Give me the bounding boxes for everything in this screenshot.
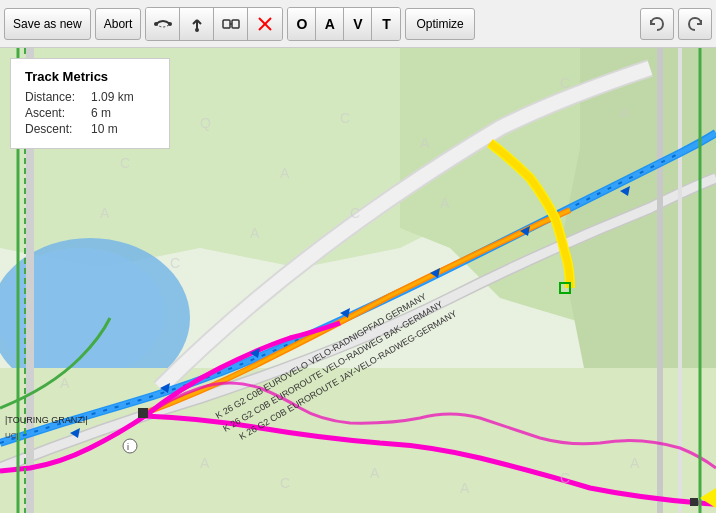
svg-rect-4 [232,20,239,28]
svg-text:A: A [420,135,430,151]
svg-text:A: A [440,195,450,211]
svg-text:UC|: UC| [5,431,19,440]
metrics-title: Track Metrics [25,69,155,84]
distance-label: Distance: [25,90,85,104]
route-icon-group [145,7,283,41]
svg-text:A: A [250,225,260,241]
optimize-button[interactable]: Optimize [405,8,474,40]
svg-text:C: C [120,155,130,171]
svg-text:i: i [127,442,129,452]
svg-text:A: A [280,165,290,181]
svg-point-0 [154,22,158,26]
ascent-value: 6 m [91,106,111,120]
svg-text:|TOURING GRANZI|: |TOURING GRANZI| [5,415,88,425]
descent-label: Descent: [25,122,85,136]
route-icon-4[interactable] [248,8,282,40]
svg-point-1 [168,22,172,26]
ascent-label: Ascent: [25,106,85,120]
letter-o-button[interactable]: O [288,8,316,40]
redo-button[interactable] [678,8,712,40]
abort-button[interactable]: Abort [95,8,142,40]
svg-rect-44 [690,498,698,506]
descent-row: Descent: 10 m [25,122,155,136]
letter-v-button[interactable]: V [344,8,372,40]
undo-button[interactable] [640,8,674,40]
letter-button-group: O A V T [287,7,401,41]
distance-value: 1.09 km [91,90,134,104]
route-icon-1[interactable] [146,8,180,40]
svg-rect-3 [223,20,230,28]
svg-text:C: C [560,75,570,91]
svg-text:A: A [460,480,470,496]
distance-row: Distance: 1.09 km [25,90,155,104]
route-icon-3[interactable] [214,8,248,40]
svg-text:A: A [370,465,380,481]
save-as-new-button[interactable]: Save as new [4,8,91,40]
svg-rect-43 [138,408,148,418]
svg-text:A: A [200,455,210,471]
svg-text:C: C [170,255,180,271]
map-container[interactable]: K 26 G2 C0B EUROVELO VELO-RADNIGPFAD GER… [0,48,716,513]
route-icon-2[interactable] [180,8,214,40]
svg-text:C: C [280,475,290,491]
svg-point-45 [123,439,137,453]
svg-text:A: A [630,455,640,471]
descent-value: 10 m [91,122,118,136]
svg-point-2 [195,28,199,32]
svg-text:C: C [340,110,350,126]
svg-text:Q: Q [200,115,211,131]
ascent-row: Ascent: 6 m [25,106,155,120]
letter-a-button[interactable]: A [316,8,344,40]
toolbar: Save as new Abort O A V T Optimize [0,0,716,48]
svg-text:C: C [560,470,570,486]
svg-text:A: A [100,205,110,221]
svg-text:A: A [620,105,630,121]
svg-text:A: A [60,375,70,391]
svg-text:C: C [350,205,360,221]
letter-t-button[interactable]: T [372,8,400,40]
track-metrics-panel: Track Metrics Distance: 1.09 km Ascent: … [10,58,170,149]
